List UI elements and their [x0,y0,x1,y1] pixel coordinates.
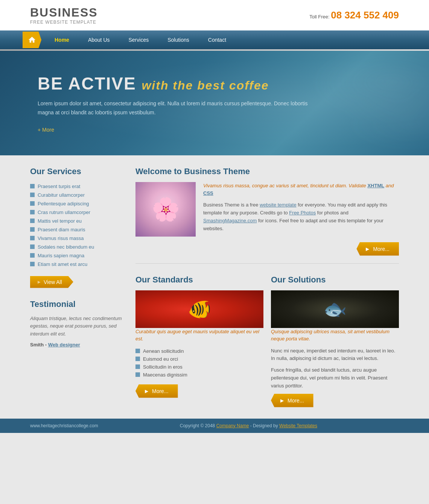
bullet-icon [135,349,140,353]
list-item: Euismod eu orci [135,355,263,363]
bullet-icon [30,201,35,206]
bullet-icon [30,244,35,249]
list-item[interactable]: Etiam sit amet est arcu [30,260,124,269]
welcome-section: Welcome to Business Theme Vivamus risus … [135,167,399,264]
bullet-icon [30,219,35,223]
testimonial-text: Aliquam tristique, lectus nec condimentu… [30,315,124,338]
standard-item-4: Maecenas dignissim [143,372,187,378]
service-item-7: Vivamus risus massa [38,235,84,241]
solutions-more-container: More... [271,394,399,407]
standards-section: Our Standards Curabitur quis augue eget … [135,275,263,407]
welcome-italic: Vivamus risus massa, congue ac varius si… [203,182,399,198]
list-item[interactable]: Praesent diam mauris [30,225,124,234]
solutions-italic: Quisque adipiscing ultrices massa, sit a… [271,328,399,343]
service-item-2: Curabitur ullamcorper [38,192,85,198]
view-all-label: View All [44,279,62,285]
solutions-body1: Nunc mi neque, imperdiet sed interdum eu… [271,347,399,363]
service-list: Praesent turpis erat Curabitur ullamcorp… [30,182,124,269]
bullet-icon [30,236,35,240]
header-title: BUSINESS FREE WEBSITE TEMPLATE [30,6,98,25]
footer-designed-by: - Designed by [250,423,278,428]
phone-number: 08 324 552 409 [331,9,399,21]
css-link[interactable]: CSS [203,190,213,196]
welcome-title: Welcome to Business Theme [135,167,399,176]
bullet-icon [30,210,35,214]
list-item: Sollicitudin in eros [135,363,263,371]
free-photos-link[interactable]: Free Photos [289,210,316,216]
nav-solutions[interactable]: Solutions [158,30,199,49]
bullet-icon [30,253,35,258]
testimonial-section: Testimonial Aliquam tristique, lectus ne… [30,299,124,348]
service-item-10: Etiam sit amet est arcu [38,261,87,267]
service-item-6: Praesent diam mauris [38,227,85,232]
standards-list: Aenean sollicitudin Euismod eu orci Soll… [135,347,263,379]
website-templates-link[interactable]: Website Templates [279,423,317,428]
footer-url: www.heritagechristiancollege.com [30,423,98,428]
hero-headline-main: BE ACTIVE [38,74,136,93]
list-item[interactable]: Mauris sapien magna [30,251,124,260]
testimonial-title: Testimonial [30,299,124,309]
view-all-button[interactable]: View All [30,276,73,288]
standards-more-button[interactable]: More... [135,384,178,398]
header: BUSINESS FREE WEBSITE TEMPLATE Toll Free… [0,0,429,30]
bullet-icon [135,357,140,361]
testimonial-author: Smith - Web designer [30,342,124,348]
company-name-link[interactable]: Company Name [216,423,249,428]
solutions-image [271,290,399,328]
standard-item-2: Euismod eu orci [143,356,178,362]
main-nav: Home About Us Services Solutions Contact [0,30,429,49]
list-item[interactable]: Curabitur ullamcorper [30,191,124,199]
list-item[interactable]: Pellentesque adipiscing [30,199,124,208]
nav-services[interactable]: Services [119,30,158,49]
bullet-icon [30,262,35,266]
solutions-section: Our Solutions Quisque adipiscing ultrice… [271,275,399,407]
nav-home[interactable]: Home [45,30,79,49]
nav-contact[interactable]: Contact [199,30,236,49]
welcome-body: Business Theme is a free website templat… [203,201,399,232]
welcome-more-label: More... [373,246,389,252]
service-item-3: Pellentesque adipiscing [38,201,89,206]
standards-image [135,290,263,328]
welcome-image [135,182,196,237]
nav-about[interactable]: About Us [79,30,119,49]
author-role-link[interactable]: Web designer [48,342,80,348]
service-item-1: Praesent turpis erat [38,184,80,189]
welcome-text: Vivamus risus massa, congue ac varius si… [203,182,399,237]
hero-banner: BE ACTIVE with the best coffee Lorem ips… [0,51,429,155]
list-item[interactable]: Praesent turpis erat [30,182,124,191]
service-item-4: Cras rutrum ullamcorper [38,209,90,215]
xhtml-link[interactable]: XHTML [367,183,384,188]
sidebar: Our Services Praesent turpis erat Curabi… [30,167,124,407]
standard-item-1: Aenean sollicitudin [143,348,184,354]
list-item[interactable]: Mattis vel tempor eu [30,217,124,225]
standards-more-container: More... [135,384,263,398]
footer-center: Copyright © 2048 Company Name - Designed… [98,423,399,428]
home-icon-btn[interactable] [23,32,41,48]
hero-decoration [241,51,429,155]
solutions-title: Our Solutions [271,275,399,285]
smashing-link[interactable]: SmashingMagazine.com [203,218,257,223]
main-content: Our Services Praesent turpis erat Curabi… [0,155,429,419]
services-title: Our Services [30,167,124,176]
solutions-more-button[interactable]: More... [271,394,313,407]
list-item: Maecenas dignissim [135,371,263,379]
bottom-columns: Our Standards Curabitur quis augue eget … [135,275,399,407]
welcome-more-button[interactable]: More... [356,242,399,256]
website-template-link[interactable]: website template [260,202,297,208]
service-item-5: Mattis vel tempor eu [38,218,82,224]
nav-items: Home About Us Services Solutions Contact [45,30,236,49]
bullet-icon [30,184,35,188]
standards-title: Our Standards [135,275,263,285]
standards-italic: Curabitur quis augue eget mauris vulputa… [135,328,263,343]
solutions-body2: Fusce fringilla, dui sed blandit luctus,… [271,366,399,390]
list-item[interactable]: Sodales nec bibendum eu [30,243,124,251]
footer: www.heritagechristiancollege.com Copyrig… [0,419,429,433]
list-item[interactable]: Cras rutrum ullamcorper [30,208,124,217]
list-item[interactable]: Vivamus risus massa [30,234,124,243]
list-item: Aenean sollicitudin [135,347,263,355]
main-content-area: Welcome to Business Theme Vivamus risus … [135,167,399,407]
welcome-more-container: More... [135,242,399,256]
author-name: Smith - [30,342,47,348]
brand-sub: FREE WEBSITE TEMPLATE [30,20,98,25]
welcome-inner: Vivamus risus massa, congue ac varius si… [135,182,399,237]
